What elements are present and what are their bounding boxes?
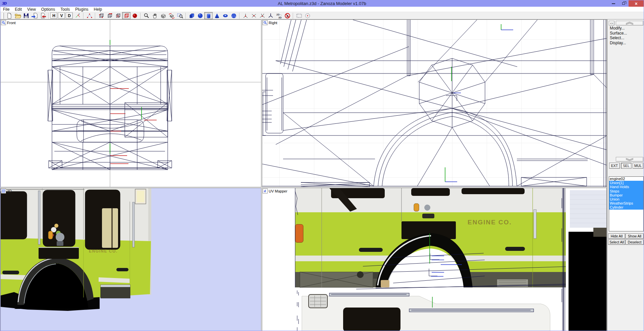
viewport-maximize-icon[interactable] (1, 20, 6, 25)
3d-viewport-canvas[interactable]: ENGINE CO. (1, 188, 261, 331)
collapse-up-button[interactable] (616, 21, 643, 25)
menu-item-file[interactable]: File (0, 7, 12, 12)
svg-text:d: d (264, 189, 266, 193)
mode-objects-icon[interactable] (122, 12, 130, 19)
viewport-splitter-horizontal[interactable] (0, 187, 607, 188)
vertex-axes-icon[interactable] (266, 12, 275, 19)
mode-button-ext[interactable]: EXT (609, 163, 620, 169)
menu-item-edit[interactable]: Edit (12, 7, 24, 12)
object-list-item[interactable]: Steps (609, 189, 643, 193)
mode-faces-icon[interactable] (114, 12, 122, 19)
viewport-splitter-vertical[interactable] (261, 19, 262, 331)
viewport-maximize-icon[interactable]: d (263, 188, 268, 194)
right-viewport-canvas[interactable] (262, 20, 607, 187)
toolbar-separator (83, 13, 84, 19)
toolbar-separator (95, 13, 96, 19)
textured-truck-model: ENGINE CO. (1, 188, 151, 311)
uv-texture-photo: ENGINE CO. (295, 188, 566, 287)
uv-viewport-canvas[interactable]: ENGINE CO. (262, 188, 607, 331)
new-file-icon[interactable] (5, 12, 13, 19)
object-list-item[interactable]: engine02 (609, 177, 643, 181)
select-vertices-icon[interactable] (85, 12, 94, 19)
object-list-item[interactable]: Union (609, 197, 643, 201)
sidebar-panel: <> Modify...Surface...Select...Display..… (607, 19, 644, 331)
save-file-icon[interactable] (22, 12, 30, 19)
restore-icon (622, 2, 625, 5)
viewport-right[interactable]: Right (262, 19, 607, 187)
toggle-d-button[interactable]: D (66, 12, 73, 19)
disable-z-icon[interactable]: Z (283, 12, 291, 19)
panel-menu-modify[interactable]: Modify... (610, 26, 627, 31)
toggle-h-button[interactable]: H (50, 12, 57, 19)
select-circle-icon[interactable] (303, 12, 312, 19)
chevron-down-icon (625, 158, 634, 161)
export-file-icon[interactable] (39, 12, 47, 19)
import-file-icon[interactable] (30, 12, 39, 19)
hide-all-button[interactable]: Hide All (608, 233, 625, 239)
select-rectangle-icon[interactable] (295, 12, 303, 19)
create-box-icon[interactable] (187, 12, 196, 19)
deselect-button[interactable]: Deselect (626, 239, 644, 245)
mode-button-mul[interactable]: MUL (633, 163, 643, 169)
menu-item-tools[interactable]: Tools (58, 7, 72, 12)
viewport-3d-label: 3D (1, 188, 14, 194)
viewport-front[interactable]: Front (0, 19, 261, 187)
select-all-button[interactable]: Select All (608, 239, 625, 245)
create-cylinder-icon[interactable] (204, 12, 213, 19)
svg-text:3D: 3D (278, 16, 282, 19)
mode-vertices-icon[interactable] (97, 12, 105, 19)
object-list-item[interactable]: Hand Holds (609, 185, 643, 189)
svg-text:2D: 2D (276, 13, 280, 16)
front-viewport-canvas[interactable] (1, 20, 261, 187)
object-list-item[interactable]: Union[1] (609, 181, 643, 185)
zoom-region-icon[interactable] (176, 12, 184, 19)
texture-label-engine-co: ENGINE CO. (468, 219, 512, 226)
create-torus-icon[interactable] (221, 12, 229, 19)
viewport-right-label: Right (263, 20, 279, 25)
svg-text:Z: Z (286, 14, 288, 17)
menu-item-options[interactable]: Options (39, 7, 58, 12)
toggle-v-button[interactable]: V (58, 12, 65, 19)
mode-edges-icon[interactable] (105, 12, 114, 19)
panel-menu-surface[interactable]: Surface... (610, 31, 627, 36)
svg-text:z: z (78, 13, 80, 15)
mode-2d3d-icon[interactable]: 2D3D (275, 12, 283, 19)
menu-item-view[interactable]: View (24, 7, 39, 12)
viewport-3d[interactable]: ENGINE CO. 3D (0, 188, 261, 331)
menu-item-help[interactable]: Help (91, 7, 105, 12)
open-file-icon[interactable] (13, 12, 22, 19)
window-controls: × (608, 0, 644, 7)
create-cone-icon[interactable] (213, 12, 221, 19)
toolbar-separator (239, 13, 240, 19)
local-axes-icon[interactable]: z (73, 12, 82, 19)
vertex-move-icon[interactable] (241, 12, 250, 19)
render-sphere-icon[interactable] (130, 12, 139, 19)
collapse-down-button[interactable] (616, 157, 643, 162)
menu-bar: FileEditViewOptionsToolsPluginsHelp (0, 7, 644, 12)
mode-button-sel[interactable]: SEL (621, 163, 632, 169)
panel-expander-button[interactable]: <> (609, 21, 614, 25)
create-geosphere-icon[interactable] (229, 12, 238, 19)
panel-menu-select[interactable]: Select... (610, 36, 627, 41)
vertex-rotate-icon[interactable] (258, 12, 266, 19)
restore-button[interactable] (619, 0, 629, 7)
object-list: engine02Union[1]Hand HoldsStepsBumperUni… (609, 176, 644, 231)
pan-tool-icon[interactable] (151, 12, 159, 19)
menu-item-plugins[interactable]: Plugins (72, 7, 91, 12)
view-cube-icon[interactable] (159, 12, 167, 19)
create-sphere-icon[interactable] (196, 12, 204, 19)
show-all-button[interactable]: Show All (626, 233, 644, 239)
object-list-item[interactable]: WeatherStrips (609, 201, 643, 205)
vertex-scale-icon[interactable] (250, 12, 258, 19)
object-list-item[interactable]: Cylinder (609, 205, 643, 209)
viewport-maximize-icon[interactable] (263, 20, 268, 25)
panel-menu: Modify...Surface...Select...Display... (610, 26, 627, 45)
minimize-button[interactable] (608, 0, 619, 7)
viewport-maximize-icon[interactable] (1, 188, 6, 194)
zoom-tool-icon[interactable] (142, 12, 151, 19)
close-button[interactable]: × (629, 0, 644, 7)
rotate-view-icon[interactable] (167, 12, 176, 19)
viewport-uv-mapper[interactable]: ENGINE CO. (262, 188, 607, 331)
object-list-item[interactable]: Bumper (609, 193, 643, 197)
panel-menu-display[interactable]: Display... (610, 41, 627, 46)
